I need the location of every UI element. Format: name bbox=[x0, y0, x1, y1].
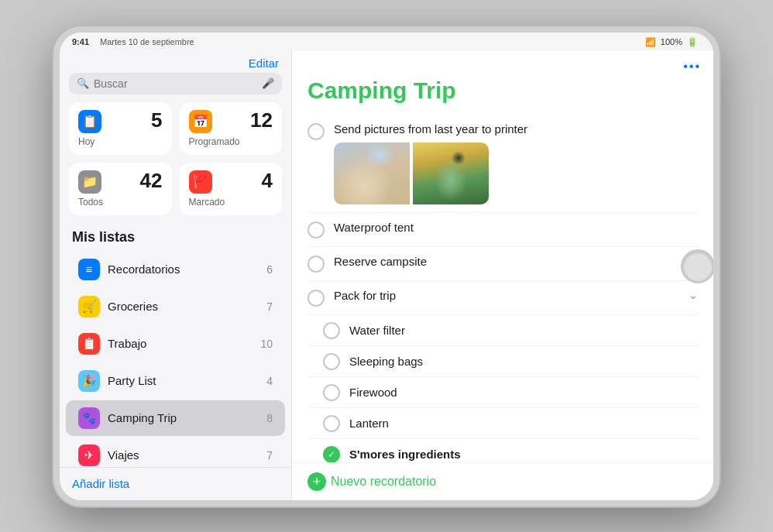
sub-item-text-water-filter: Water filter bbox=[349, 324, 405, 337]
viajes-name: Viajes bbox=[108, 448, 259, 462]
camping-trip-icon: 🐾 bbox=[78, 407, 100, 429]
stat-card-all[interactable]: 📁 42 Todos bbox=[69, 163, 172, 215]
groceries-name: Groceries bbox=[108, 300, 259, 313]
sidebar: Editar 🔍 🎤 📋 5 Hoy 📅 bbox=[60, 50, 292, 500]
check-circle-firewood[interactable] bbox=[323, 384, 340, 401]
plus-icon: + bbox=[307, 472, 326, 491]
search-input[interactable] bbox=[94, 77, 257, 90]
more-icon: ••• bbox=[683, 60, 701, 73]
more-button[interactable]: ••• bbox=[683, 57, 701, 74]
reminder-item-pack-for-trip[interactable]: Pack for trip ⌄ bbox=[307, 281, 698, 315]
trabajo-name: Trabajo bbox=[108, 337, 253, 350]
reminder-item-send-pictures[interactable]: Send pictures from last year to printer bbox=[307, 115, 698, 213]
check-circle-pack-for-trip[interactable] bbox=[307, 290, 325, 307]
lists-section-title: Mis listas bbox=[60, 226, 291, 252]
check-circle-reserve-campsite[interactable] bbox=[307, 256, 325, 273]
photo-right-inner bbox=[413, 142, 489, 204]
reminder-item-waterproof-tent[interactable]: Waterproof tent bbox=[307, 213, 698, 247]
photo-attachment bbox=[334, 142, 489, 204]
battery-label: 100% bbox=[661, 37, 682, 46]
scheduled-count: 12 bbox=[250, 110, 273, 130]
all-label: Todos bbox=[78, 197, 163, 208]
new-reminder-label: Nuevo recordatorio bbox=[331, 475, 436, 489]
stats-grid: 📋 5 Hoy 📅 12 Programado 📁 42 bbox=[60, 102, 291, 226]
content-footer: + Nuevo recordatorio bbox=[292, 462, 713, 500]
trabajo-icon: 📋 bbox=[78, 333, 100, 355]
stat-card-scheduled[interactable]: 📅 12 Programado bbox=[180, 102, 283, 155]
stat-card-flagged[interactable]: 🚩 4 Marcado bbox=[180, 163, 283, 215]
sub-item-text-smores: S'mores ingredients bbox=[349, 448, 461, 461]
list-title: Camping Trip bbox=[307, 77, 698, 104]
main-area: Editar 🔍 🎤 📋 5 Hoy 📅 bbox=[60, 50, 713, 500]
side-button bbox=[53, 228, 56, 252]
status-bar: 9:41 Martes 10 de septiembre 📶 100% 🔋 bbox=[60, 33, 713, 50]
today-count: 5 bbox=[151, 110, 162, 130]
party-list-count: 4 bbox=[266, 375, 273, 387]
sub-item-lantern[interactable]: Lantern bbox=[307, 408, 698, 439]
reminder-text-reserve-campsite: Reserve campsite bbox=[334, 255, 427, 268]
recordatorios-name: Recordatorios bbox=[108, 263, 259, 276]
search-bar[interactable]: 🔍 🎤 bbox=[69, 73, 282, 94]
flagged-count: 4 bbox=[262, 170, 273, 190]
sub-item-text-firewood: Firewood bbox=[349, 386, 397, 399]
wifi-icon: 📶 bbox=[645, 37, 656, 47]
viajes-icon: ✈ bbox=[78, 444, 100, 466]
sub-item-water-filter[interactable]: Water filter bbox=[307, 315, 698, 346]
reminder-item-reserve-campsite[interactable]: Reserve campsite bbox=[307, 247, 698, 281]
content-header: ••• bbox=[292, 50, 713, 77]
sub-item-text-lantern: Lantern bbox=[349, 417, 389, 430]
edit-button[interactable]: Editar bbox=[249, 57, 279, 70]
photo-right bbox=[413, 142, 489, 204]
all-count: 42 bbox=[140, 170, 163, 190]
check-circle-send-pictures[interactable] bbox=[307, 123, 325, 140]
reminder-content-pack-for-trip: Pack for trip bbox=[334, 289, 673, 303]
trabajo-count: 10 bbox=[260, 338, 273, 350]
reminder-text-waterproof-tent: Waterproof tent bbox=[334, 221, 414, 234]
sub-item-smores[interactable]: ✓ S'mores ingredients bbox=[307, 439, 698, 462]
party-list-name: Party List bbox=[108, 374, 259, 387]
flagged-icon: 🚩 bbox=[189, 170, 212, 194]
new-reminder-button[interactable]: + Nuevo recordatorio bbox=[307, 472, 436, 491]
scheduled-label: Programado bbox=[189, 136, 273, 147]
sub-item-firewood[interactable]: Firewood bbox=[307, 377, 698, 408]
status-right: 📶 100% 🔋 bbox=[645, 37, 698, 47]
check-circle-lantern[interactable] bbox=[323, 415, 340, 432]
expand-icon[interactable]: ⌄ bbox=[689, 289, 698, 301]
ipad-frame: 9:41 Martes 10 de septiembre 📶 100% 🔋 Ed… bbox=[53, 26, 720, 506]
stat-card-today[interactable]: 📋 5 Hoy bbox=[69, 102, 172, 155]
check-circle-water-filter[interactable] bbox=[323, 322, 340, 339]
sub-item-sleeping-bags[interactable]: Sleeping bags bbox=[307, 346, 698, 377]
groceries-icon: 🛒 bbox=[78, 296, 100, 317]
reminder-content-send-pictures: Send pictures from last year to printer bbox=[334, 122, 698, 204]
reminder-text-send-pictures: Send pictures from last year to printer bbox=[334, 122, 527, 136]
sidebar-item-groceries[interactable]: 🛒 Groceries 7 bbox=[66, 289, 285, 324]
scheduled-icon: 📅 bbox=[189, 110, 212, 133]
sub-item-text-sleeping-bags: Sleeping bags bbox=[349, 355, 423, 368]
sidebar-item-camping-trip[interactable]: 🐾 Camping Trip 8 bbox=[66, 400, 285, 436]
party-list-icon: 🎉 bbox=[78, 370, 100, 392]
today-icon: 📋 bbox=[78, 110, 101, 133]
check-circle-sleeping-bags[interactable] bbox=[323, 353, 340, 370]
reminder-content-reserve-campsite: Reserve campsite bbox=[334, 255, 698, 269]
home-button[interactable] bbox=[681, 249, 715, 283]
sidebar-item-trabajo[interactable]: 📋 Trabajo 10 bbox=[66, 326, 285, 362]
recordatorios-count: 6 bbox=[266, 263, 273, 276]
sidebar-item-recordatorios[interactable]: ≡ Recordatorios 6 bbox=[66, 252, 285, 287]
all-icon: 📁 bbox=[78, 170, 101, 194]
content-area: ••• Camping Trip Send pictures from last… bbox=[292, 50, 713, 500]
status-time: 9:41 bbox=[72, 37, 89, 46]
today-label: Hoy bbox=[78, 136, 163, 147]
photo-left bbox=[334, 142, 410, 204]
camping-trip-name: Camping Trip bbox=[108, 411, 259, 424]
check-circle-smores[interactable]: ✓ bbox=[323, 446, 340, 462]
search-icon: 🔍 bbox=[77, 77, 89, 89]
sidebar-item-viajes[interactable]: ✈ Viajes 7 bbox=[66, 438, 285, 467]
sidebar-item-party-list[interactable]: 🎉 Party List 4 bbox=[66, 363, 285, 399]
lists-section: Mis listas ≡ Recordatorios 6 🛒 Groceries… bbox=[60, 226, 291, 467]
recordatorios-icon: ≡ bbox=[78, 259, 100, 280]
mic-icon: 🎤 bbox=[262, 77, 274, 89]
sidebar-header: Editar bbox=[60, 50, 291, 73]
check-circle-waterproof-tent[interactable] bbox=[307, 221, 325, 239]
status-date: Martes 10 de septiembre bbox=[100, 37, 194, 46]
add-list-button[interactable]: Añadir lista bbox=[72, 477, 129, 490]
